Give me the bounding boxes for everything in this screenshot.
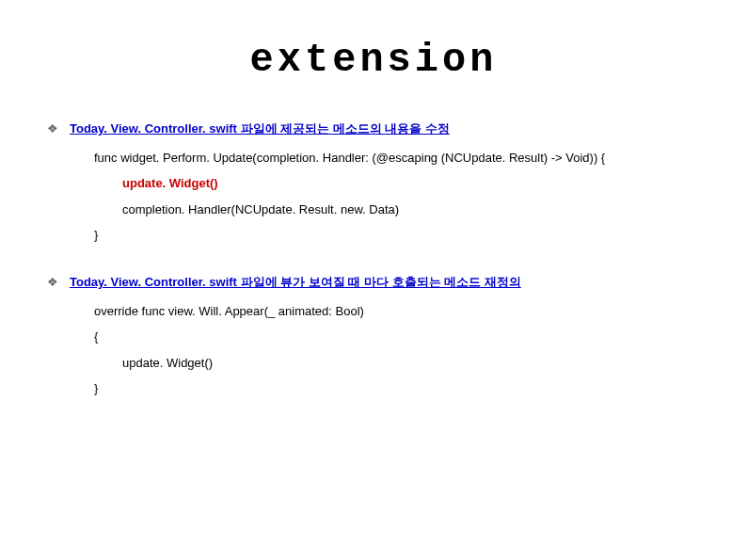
code-line: func widget. Perform. Update(completion.…	[94, 145, 700, 170]
code-line: {	[94, 324, 700, 349]
slide-container: extension ❖ Today. View. Controller. swi…	[0, 0, 747, 560]
bullet-row: ❖ Today. View. Controller. swift 파일에 제공되…	[47, 120, 700, 137]
section-heading: Today. View. Controller. swift 파일에 뷰가 보여…	[70, 274, 521, 291]
section-1: ❖ Today. View. Controller. swift 파일에 제공되…	[47, 120, 700, 248]
section-2: ❖ Today. View. Controller. swift 파일에 뷰가 …	[47, 274, 700, 401]
bullet-row: ❖ Today. View. Controller. swift 파일에 뷰가 …	[47, 274, 700, 291]
slide-title: extension	[47, 38, 700, 83]
code-line: override func view. Will. Appear(_ anima…	[94, 298, 700, 324]
code-block: func widget. Perform. Update(completion.…	[94, 145, 700, 248]
section-heading: Today. View. Controller. swift 파일에 제공되는 …	[70, 120, 450, 137]
code-line: update. Widget()	[94, 350, 700, 376]
code-line: completion. Handler(NCUpdate. Result. ne…	[94, 197, 700, 222]
diamond-bullet-icon: ❖	[47, 275, 58, 291]
code-block: override func view. Will. Appear(_ anima…	[94, 298, 700, 401]
code-line: update. Widget()	[94, 170, 700, 196]
code-line: }	[94, 376, 700, 401]
diamond-bullet-icon: ❖	[47, 121, 58, 137]
code-line: }	[94, 222, 700, 248]
